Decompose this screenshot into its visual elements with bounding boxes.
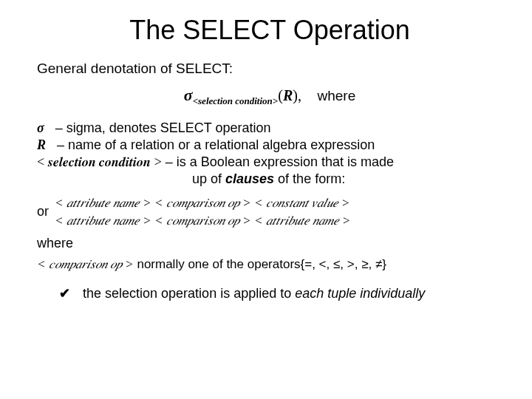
bullet-text-b: each tuple individually: [295, 286, 425, 301]
comparison-op-line: < 𝑐𝑜𝑚𝑝𝑎𝑟𝑖𝑠𝑜𝑛 𝑜𝑝 > normally one of the op…: [37, 257, 502, 272]
clauses-word: clauses: [225, 171, 274, 186]
comparison-op-text: normally one of the operators{=, <, ≤, >…: [134, 257, 386, 271]
sc-sym: < 𝒔𝒆𝒍𝒆𝒄𝒕𝒊𝒐𝒏 𝒄𝒐𝒏𝒅𝒊𝒕𝒊𝒐𝒏 >: [37, 154, 162, 169]
subtitle: General denotation of SELECT:: [37, 61, 502, 77]
bullet-text-a: the selection operation is applied to: [83, 286, 295, 301]
def-R: R – name of a relation or a relational a…: [37, 137, 502, 153]
where-label: where: [37, 236, 502, 251]
or-label: or: [37, 204, 49, 219]
sc-desc-2c: of the form:: [274, 171, 345, 186]
R-sym: R: [37, 137, 46, 152]
where-keyword: where: [317, 88, 355, 103]
paren-open: (: [278, 87, 283, 103]
sc-desc-1: – is a Boolean expression that is made: [166, 154, 394, 169]
sigma-symbol: σ: [184, 86, 193, 104]
or-block: or < 𝑎𝑡𝑡𝑟𝑖𝑏𝑢𝑡𝑒 𝑛𝑎𝑚𝑒 > < 𝑐𝑜𝑚𝑝𝑎𝑟𝑖𝑠𝑜𝑛 𝑜𝑝 > …: [37, 194, 502, 230]
select-formula: σ<selection condition>(R), where: [37, 86, 502, 107]
comparison-op-sym: < 𝑐𝑜𝑚𝑝𝑎𝑟𝑖𝑠𝑜𝑛 𝑜𝑝 >: [37, 257, 134, 271]
relation-R: R: [283, 87, 293, 103]
attr-line-1: < 𝑎𝑡𝑡𝑟𝑖𝑏𝑢𝑡𝑒 𝑛𝑎𝑚𝑒 > < 𝑐𝑜𝑚𝑝𝑎𝑟𝑖𝑠𝑜𝑛 𝑜𝑝 > < 𝑐…: [55, 194, 351, 212]
slide-title: The SELECT Operation: [37, 15, 502, 46]
selection-condition-subscript: <selection condition>: [193, 95, 279, 106]
attr-line-2: < 𝑎𝑡𝑡𝑟𝑖𝑏𝑢𝑡𝑒 𝑛𝑎𝑚𝑒 > < 𝑐𝑜𝑚𝑝𝑎𝑟𝑖𝑠𝑜𝑛 𝑜𝑝 > < 𝑎…: [55, 212, 351, 230]
def-selection-condition: < 𝒔𝒆𝒍𝒆𝒄𝒕𝒊𝒐𝒏 𝒄𝒐𝒏𝒅𝒊𝒕𝒊𝒐𝒏 > – is a Boolean e…: [37, 154, 502, 170]
paren-close: ),: [293, 87, 301, 103]
sigma-sym: σ: [37, 120, 44, 135]
sc-desc-2a: up of: [192, 171, 225, 186]
sigma-desc: – sigma, denotes SELECT operation: [55, 120, 271, 135]
def-selection-condition-cont: up of clauses of the form:: [192, 171, 502, 187]
R-desc: – name of a relation or a relational alg…: [57, 137, 375, 152]
bullet-line: ✔ the selection operation is applied to …: [59, 285, 502, 301]
def-sigma: σ – sigma, denotes SELECT operation: [37, 120, 502, 136]
check-icon: ✔: [59, 286, 70, 301]
